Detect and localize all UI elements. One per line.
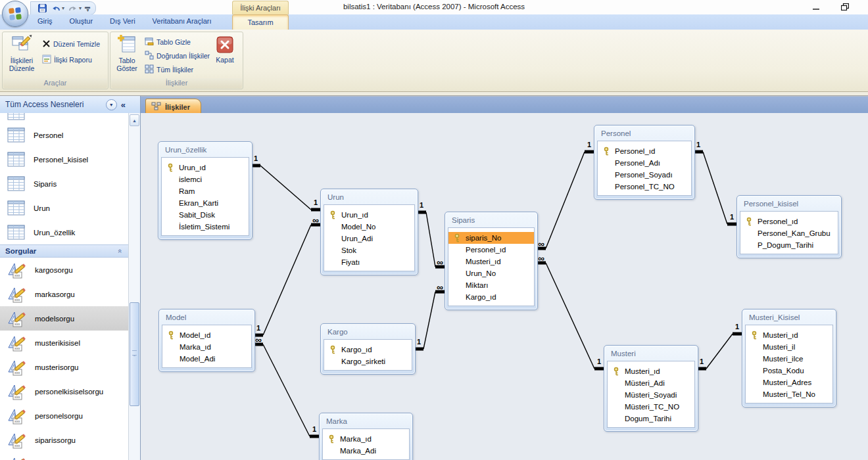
field-row-Stok[interactable]: Stok bbox=[324, 244, 414, 256]
sidebar-item-query-musterikisisel[interactable]: xxxmusterikisisel bbox=[0, 331, 129, 355]
table-title[interactable]: Personel bbox=[594, 126, 694, 141]
table-title[interactable]: Kargo bbox=[321, 324, 415, 339]
relationship-report-button[interactable]: İlişki Raporu bbox=[42, 53, 92, 66]
diagram-table-Urun_özellik[interactable]: Urun_özellikUrun_ıdislemciRamEkran_Karti… bbox=[158, 141, 253, 240]
table-title[interactable]: Urun_özellik bbox=[158, 142, 252, 157]
sidebar-item-table-Personel[interactable]: Personel bbox=[0, 123, 129, 147]
field-row-siparis_No[interactable]: siparis_No bbox=[448, 232, 534, 244]
undo-dropdown-icon[interactable]: ▾ bbox=[62, 5, 64, 11]
office-button[interactable] bbox=[2, 1, 28, 27]
redo-dropdown-icon[interactable]: ▾ bbox=[79, 5, 82, 11]
direct-relationships-button[interactable]: Doğrudan İlişkiler bbox=[145, 49, 210, 62]
field-row-Ekran_Karti[interactable]: Ekran_Karti bbox=[162, 197, 249, 209]
tab-giris[interactable]: Giriş bbox=[29, 14, 61, 30]
field-row-Musteri_ıd[interactable]: Musteri_ıd bbox=[746, 329, 832, 341]
scrollbar-thumb[interactable] bbox=[130, 302, 139, 406]
field-row-Personel_ıd[interactable]: Personel_ıd bbox=[448, 244, 534, 256]
table-title[interactable]: Urun bbox=[321, 189, 418, 204]
table-title[interactable]: Musteri_Kisisel bbox=[742, 310, 836, 325]
show-table-button[interactable]: Tablo Göster bbox=[112, 34, 142, 72]
tab-olustur[interactable]: Oluştur bbox=[61, 14, 101, 30]
sidebar-item-query-kargosorgu[interactable]: xxxkargosorgu bbox=[0, 258, 129, 282]
field-row-Model_Adi[interactable]: Model_Adi bbox=[162, 353, 251, 365]
field-row-Müsteri_Adi[interactable]: Müsteri_Adi bbox=[608, 377, 694, 389]
diagram-canvas[interactable]: 111∞∞11∞1∞∞1∞11111Urun_özellikUrun_ıdisl… bbox=[141, 113, 868, 460]
redo-icon[interactable]: ▾ bbox=[68, 4, 82, 12]
navigation-pane-menu-icon[interactable]: ▼ bbox=[106, 99, 117, 110]
field-row-Fiyatı[interactable]: Fiyatı bbox=[324, 256, 414, 268]
field-row-Personel_TC_NO[interactable]: Personel_TC_NO bbox=[598, 181, 691, 193]
document-tab-iliskiler[interactable]: İlişkiler bbox=[145, 99, 201, 114]
field-row-Musteri_il[interactable]: Musteri_il bbox=[746, 341, 832, 353]
field-row-Urun_No[interactable]: Urun_No bbox=[448, 267, 534, 279]
field-row-Urun_ıd[interactable]: Urun_ıd bbox=[324, 209, 414, 221]
field-row-Kargo_sirketi[interactable]: Kargo_sirketi bbox=[324, 356, 412, 367]
clear-layout-button[interactable]: Düzeni Temizle bbox=[42, 37, 100, 51]
table-title[interactable]: Musteri bbox=[604, 346, 698, 361]
field-row-İsletim_Sistemi[interactable]: İsletim_Sistemi bbox=[162, 221, 249, 233]
sidebar-item-query-personelsorgu[interactable]: xxxpersonelsorgu bbox=[0, 403, 129, 428]
field-row-Personel_Adı[interactable]: Personel_Adı bbox=[598, 157, 691, 169]
collapse-section-icon[interactable]: « bbox=[116, 249, 124, 253]
restore-button[interactable] bbox=[839, 2, 851, 12]
undo-icon[interactable]: ▾ bbox=[51, 4, 64, 12]
sidebar-section-queries[interactable]: Sorgular« bbox=[0, 244, 129, 258]
navigation-pane-header[interactable]: Tüm Access Nesneleri ▼ « bbox=[0, 96, 140, 114]
field-row-Personel_ıd[interactable]: Personel_ıd bbox=[740, 216, 838, 227]
diagram-table-Musteri[interactable]: MusteriMusteri_ıdMüsteri_AdiMüsteri_Soya… bbox=[604, 345, 698, 432]
diagram-table-Marka[interactable]: MarkaMarka_ıdMarka_Adi bbox=[319, 413, 413, 460]
tab-veritabani-araclari[interactable]: Veritabanı Araçları bbox=[144, 14, 220, 30]
sidebar-item-table-Siparis[interactable]: Siparis bbox=[0, 172, 129, 196]
diagram-table-Kargo[interactable]: KargoKargo_ıdKargo_sirketi bbox=[320, 323, 416, 375]
field-row-P_Dogum_Tarihi[interactable]: P_Dogum_Tarihi bbox=[740, 239, 838, 251]
sidebar-item-query-modelsorgu[interactable]: xxxmodelsorgu bbox=[0, 306, 129, 331]
list-item-partial[interactable] bbox=[0, 113, 129, 123]
table-title[interactable]: Personel_kisisel bbox=[737, 196, 841, 211]
all-relationships-button[interactable]: Tüm İlişkiler bbox=[145, 63, 193, 76]
sidebar-item-table-Urun[interactable]: Urun bbox=[0, 196, 129, 220]
field-row-Musteri_ıd[interactable]: Musteri_ıd bbox=[608, 365, 694, 377]
diagram-table-Musteri_Kisisel[interactable]: Musteri_KisiselMusteri_ıdMusteri_ilMuste… bbox=[742, 309, 836, 407]
field-row-Model_No[interactable]: Model_No bbox=[324, 221, 414, 233]
close-button[interactable]: Kapat bbox=[210, 36, 239, 64]
sidebar-item-query-siparissorgu[interactable]: xxxsiparissorgu bbox=[0, 428, 129, 452]
field-row-Marka_ıd[interactable]: Marka_ıd bbox=[323, 433, 409, 445]
field-row-Marka_ıd[interactable]: Marka_ıd bbox=[162, 341, 251, 353]
field-row-Sabit_Disk[interactable]: Sabit_Disk bbox=[162, 209, 249, 221]
field-row-Musteri_Tel_No[interactable]: Musteri_Tel_No bbox=[746, 388, 832, 400]
minimize-button[interactable] bbox=[810, 2, 822, 12]
sidebar-item-query-personelkisiselsorgu[interactable]: xxxpersonelkisiselsorgu bbox=[0, 379, 129, 403]
qat-customize-icon[interactable]: ▬▾ bbox=[85, 5, 90, 12]
edit-relationships-button[interactable]: İlişkileri Düzenle bbox=[4, 34, 39, 72]
sidebar-item-query-musterisorgu[interactable]: xxxmusterisorgu bbox=[0, 355, 129, 379]
field-row-Personel_Soyadı[interactable]: Personel_Soyadı bbox=[598, 169, 691, 181]
sidebar-item-table-Personel_kisisel[interactable]: Personel_kisisel bbox=[0, 147, 129, 172]
diagram-table-Siparis[interactable]: Siparissiparis_NoPersonel_ıdMusteri_ıdUr… bbox=[445, 212, 538, 310]
field-row-Müsteri_Soyadi[interactable]: Müsteri_Soyadi bbox=[608, 389, 694, 401]
field-row-Ram[interactable]: Ram bbox=[162, 185, 249, 197]
field-row-Personel_ıd[interactable]: Personel_ıd bbox=[598, 145, 691, 157]
scroll-up-icon[interactable]: ▲ bbox=[130, 114, 139, 126]
tab-dis-veri[interactable]: Dış Veri bbox=[101, 14, 144, 30]
field-row-Musteri_Adres[interactable]: Musteri_Adres bbox=[746, 377, 832, 388]
diagram-table-Model[interactable]: ModelModel_ıdMarka_ıdModel_Adi bbox=[158, 309, 255, 372]
field-row-islemci[interactable]: islemci bbox=[162, 173, 249, 185]
shutter-bar-close-icon[interactable]: « bbox=[121, 100, 126, 110]
sidebar-item-table-Urun_özellik[interactable]: Urun_özellik bbox=[0, 220, 129, 244]
tab-tasarim[interactable]: Tasarım bbox=[232, 14, 289, 30]
diagram-table-Personel[interactable]: PersonelPersonel_ıdPersonel_AdıPersonel_… bbox=[594, 125, 695, 200]
field-row-Posta_Kodu[interactable]: Posta_Kodu bbox=[746, 365, 832, 377]
field-row-Musteri_ilce[interactable]: Musteri_ilce bbox=[746, 353, 832, 365]
list-item-partial[interactable]: xxx bbox=[0, 452, 129, 460]
sidebar-item-query-markasorgu[interactable]: xxxmarkasorgu bbox=[0, 282, 129, 306]
hide-table-button[interactable]: Tablo Gizle bbox=[145, 35, 191, 49]
field-row-Müsteri_TC_NO[interactable]: Müsteri_TC_NO bbox=[608, 401, 694, 413]
field-row-Musteri_ıd[interactable]: Musteri_ıd bbox=[448, 256, 534, 267]
field-row-Model_ıd[interactable]: Model_ıd bbox=[162, 329, 251, 341]
navigation-scrollbar[interactable]: ▲ bbox=[128, 113, 140, 460]
field-row-Urun_ıd[interactable]: Urun_ıd bbox=[162, 162, 249, 173]
diagram-table-Personel_kisisel[interactable]: Personel_kisiselPersonel_ıdPersonel_Kan_… bbox=[736, 195, 842, 258]
save-icon[interactable] bbox=[37, 3, 47, 13]
diagram-table-Urun[interactable]: UrunUrun_ıdModel_NoUrun_AdiStokFiyatı bbox=[320, 189, 418, 275]
field-row-Kargo_ıd[interactable]: Kargo_ıd bbox=[324, 344, 412, 356]
